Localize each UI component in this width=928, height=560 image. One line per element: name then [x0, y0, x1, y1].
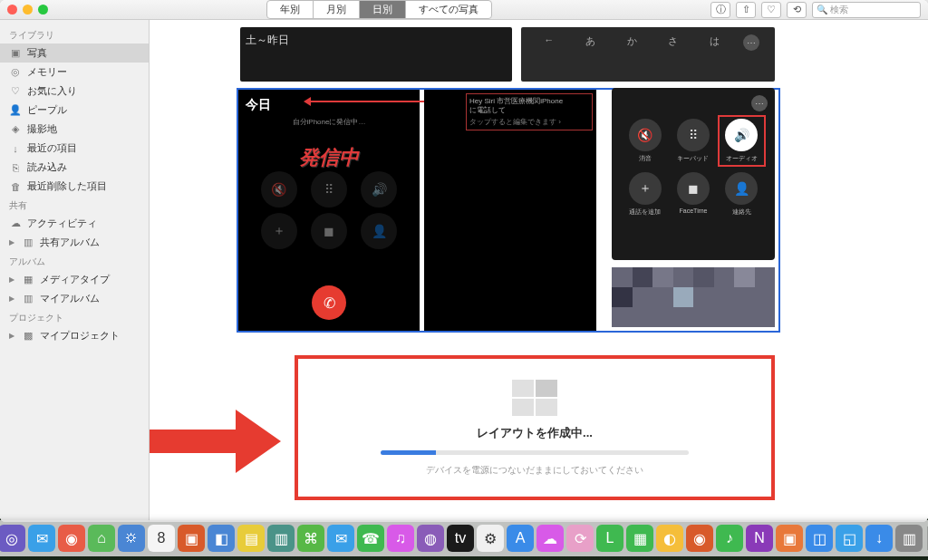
dock-app-31[interactable]: ▥	[895, 525, 923, 552]
loading-panel: レイアウトを作成中... デバイスを電源につないだままにしておいてください	[295, 355, 775, 500]
dock-app-10[interactable]: ▥	[267, 525, 295, 552]
call-control-連絡先: 👤連絡先	[721, 172, 762, 217]
today-label: 今日	[246, 97, 271, 113]
traffic-lights	[7, 5, 48, 14]
dock-app-2[interactable]: ✉	[28, 525, 55, 552]
call-control-label: 連絡先	[732, 208, 751, 217]
sidebar-item-project[interactable]: ▶▩マイプロジェクト	[0, 326, 149, 345]
toolbar-info-button[interactable]: ⓘ	[710, 2, 730, 18]
sidebar-item-album[interactable]: ▶▥共有アルバム	[0, 233, 149, 252]
sidebar-section-header: プロジェクト	[0, 308, 149, 326]
search-input[interactable]: 🔍 検索	[812, 2, 921, 18]
dock-app-26[interactable]: N	[746, 525, 773, 552]
calling-subtext: 自分iPhoneに発信中…	[238, 117, 420, 127]
dock-app-25[interactable]: ♪	[716, 525, 743, 552]
dock-app-13[interactable]: ☎	[357, 525, 384, 552]
sidebar-item-label: メモリー	[27, 65, 67, 79]
titlebar: 年別月別日別すべての写真 ⓘ ⇧ ♡ ⟲ 🔍 検索	[0, 0, 928, 20]
call-control-消音: 🔇消音	[624, 119, 665, 163]
dock-app-21[interactable]: L	[596, 525, 624, 552]
dock-app-19[interactable]: ☁	[536, 525, 564, 552]
dock-app-9[interactable]: ▤	[237, 525, 265, 552]
location-icon: ◈	[9, 123, 22, 136]
call-control-オーディオ: 🔊オーディオ	[718, 115, 766, 167]
dock-app-22[interactable]: ▦	[626, 525, 653, 552]
view-segmented-control[interactable]: 年別月別日別すべての写真	[266, 0, 492, 19]
close-window[interactable]	[7, 5, 17, 14]
sidebar-item-media[interactable]: ▶▦メディアタイプ	[0, 270, 149, 289]
dock-app-18[interactable]: A	[507, 525, 534, 552]
phone-screenshot-siri: Hey Siri 市営医療機関iPhone に電話して タップすると編集できます…	[424, 90, 596, 331]
dock-app-15[interactable]: ◍	[417, 525, 444, 552]
dock-app-11[interactable]: ⌘	[297, 525, 324, 552]
sidebar-item-label: マイアルバム	[40, 292, 100, 305]
dock-app-23[interactable]: ◐	[656, 525, 683, 552]
dock-app-20[interactable]: ⟳	[566, 525, 594, 552]
sidebar-item-heart[interactable]: ♡お気に入り	[0, 82, 149, 101]
dock-app-12[interactable]: ✉	[327, 525, 354, 552]
dock-app-4[interactable]: ⌂	[88, 525, 115, 552]
media-icon: ▦	[22, 274, 34, 286]
sidebar-item-album[interactable]: ▶▥マイアルバム	[0, 289, 149, 308]
view-seg-2[interactable]: 日別	[360, 1, 406, 18]
sidebar-item-memory[interactable]: ◎メモリー	[0, 63, 149, 82]
dock-app-5[interactable]: ⛭	[118, 525, 145, 552]
call-control-icon: 🔊	[725, 119, 758, 151]
thumb-keyboard[interactable]: ←あかさは⋯	[521, 27, 775, 82]
dock-app-27[interactable]: ▣	[776, 525, 803, 552]
dock-app-28[interactable]: ◫	[806, 525, 833, 552]
sidebar-item-label: 読み込み	[27, 160, 67, 174]
sidebar-section-header: ライブラリ	[0, 25, 149, 43]
loading-title: レイアウトを作成中...	[477, 425, 593, 441]
dock-app-24[interactable]: ◉	[686, 525, 713, 552]
view-seg-3[interactable]: すべての写真	[406, 1, 491, 18]
disclosure-icon: ▶	[9, 275, 14, 284]
call-control-label: FaceTime	[680, 208, 708, 214]
thumb-pixelated[interactable]	[612, 267, 775, 327]
dock-app-30[interactable]: ↓	[865, 525, 893, 552]
sidebar-item-clock[interactable]: ↓最近の項目	[0, 139, 149, 158]
call-control-icon: ＋	[629, 172, 662, 205]
call-control-icon: ◼︎	[677, 172, 710, 205]
toolbar-share-button[interactable]: ⇧	[736, 2, 756, 18]
call-control-キーパッド: ⠿キーパッド	[672, 119, 713, 163]
disclosure-icon: ▶	[9, 294, 14, 303]
kb-key: か	[619, 34, 644, 48]
sidebar-item-trash[interactable]: 🗑最近削除した項目	[0, 177, 149, 196]
sidebar-item-location[interactable]: ◈撮影地	[0, 120, 149, 139]
minimize-window[interactable]	[23, 5, 33, 14]
sidebar-item-label: マイプロジェクト	[40, 329, 120, 343]
loading-subtitle: デバイスを電源につないだままにしておいてください	[426, 464, 643, 477]
dock-app-29[interactable]: ◱	[836, 525, 863, 552]
dock-app-1[interactable]: ◎	[0, 525, 25, 552]
dock-app-8[interactable]: ◧	[208, 525, 235, 552]
call-control-FaceTime: ◼︎FaceTime	[672, 172, 713, 217]
main-content: 土～昨日 ←あかさは⋯ 今日 自分iPhoneに発信中… 発信中 🔇⠿🔊 ＋◼︎…	[150, 20, 928, 522]
dock-app-6[interactable]: 8	[148, 525, 175, 552]
dock-app-17[interactable]: ⚙	[477, 525, 504, 552]
thumb-sat-yesterday[interactable]: 土～昨日	[240, 27, 512, 82]
heart-icon: ♡	[9, 85, 22, 98]
trash-icon: 🗑	[9, 180, 22, 193]
sidebar-section-header: 共有	[0, 196, 149, 214]
sidebar-item-people[interactable]: 👤ピープル	[0, 101, 149, 120]
view-seg-1[interactable]: 月別	[314, 1, 360, 18]
call-control-label: キーパッド	[677, 154, 709, 163]
sidebar-item-photo[interactable]: ▣写真	[0, 43, 149, 63]
zoom-window[interactable]	[38, 5, 48, 14]
annotation-arrow-small	[306, 101, 433, 102]
toolbar-favorite-button[interactable]: ♡	[761, 2, 781, 18]
dock-app-14[interactable]: ♫	[387, 525, 414, 552]
more-icon: ⋯	[751, 95, 768, 111]
sidebar-item-label: 撮影地	[27, 122, 57, 136]
sidebar-item-activity[interactable]: ☁アクティビティ	[0, 214, 149, 233]
thumb-call-controls[interactable]: ⋯ 🔇消音⠿キーパッド🔊オーディオ＋通話を追加◼︎FaceTime👤連絡先	[612, 88, 775, 260]
dock-app-3[interactable]: ◉	[58, 525, 85, 552]
view-seg-0[interactable]: 年別	[267, 1, 314, 18]
dock-app-16[interactable]: tv	[447, 525, 474, 552]
sidebar-item-label: 最近の項目	[27, 141, 77, 155]
toolbar-rotate-button[interactable]: ⟲	[787, 2, 807, 18]
album-icon: ▥	[22, 293, 34, 305]
dock-app-7[interactable]: ▣	[178, 525, 205, 552]
sidebar-item-import[interactable]: ⎘読み込み	[0, 158, 149, 177]
